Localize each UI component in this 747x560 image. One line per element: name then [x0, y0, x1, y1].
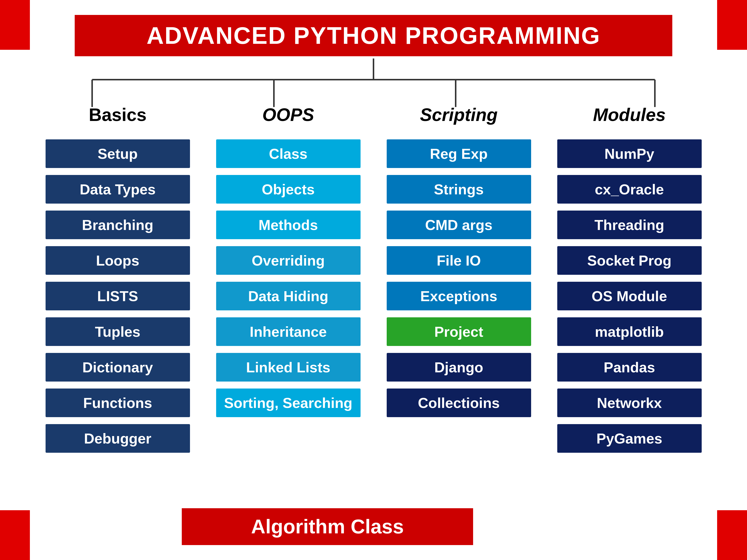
list-item[interactable]: Django — [387, 353, 531, 381]
basics-column: SetupData TypesBranchingLoopsLISTSTuples… — [46, 139, 190, 453]
modules-column: NumPycx_OracleThreadingSocket ProgOS Mod… — [557, 139, 702, 453]
list-item[interactable]: Exceptions — [387, 282, 531, 310]
list-item[interactable]: Methods — [216, 211, 361, 239]
header-modules: Modules — [557, 105, 702, 125]
list-item[interactable]: Tuples — [46, 317, 190, 346]
footer-title: Algorithm Class — [192, 515, 463, 538]
list-item[interactable]: File IO — [387, 246, 531, 275]
scripting-column: Reg ExpStringsCMD argsFile IOExceptionsP… — [387, 139, 531, 417]
header-oops: OOPS — [216, 105, 361, 125]
oops-column: ClassObjectsMethodsOverridingData Hiding… — [216, 139, 361, 417]
list-item[interactable]: Pandas — [557, 353, 702, 381]
list-item[interactable]: Project — [387, 317, 531, 346]
corner-decoration-br — [717, 510, 747, 560]
list-item[interactable]: Collectioins — [387, 389, 531, 417]
page-title: ADVANCED PYTHON PROGRAMMING — [85, 22, 662, 49]
list-item[interactable]: LISTS — [46, 282, 190, 310]
list-item[interactable]: Data Hiding — [216, 282, 361, 310]
list-item[interactable]: Sorting, Searching — [216, 389, 361, 417]
list-item[interactable]: OS Module — [557, 282, 702, 310]
list-item[interactable]: matplotlib — [557, 317, 702, 346]
list-item[interactable]: NumPy — [557, 139, 702, 168]
list-item[interactable]: Reg Exp — [387, 139, 531, 168]
content-columns: SetupData TypesBranchingLoopsLISTSTuples… — [32, 139, 715, 453]
list-item[interactable]: Data Types — [46, 175, 190, 204]
list-item[interactable]: Objects — [216, 175, 361, 204]
list-item[interactable]: Linked Lists — [216, 353, 361, 381]
list-item[interactable]: Functions — [46, 389, 190, 417]
corner-decoration-tl — [0, 0, 30, 50]
footer-bar: Algorithm Class — [182, 508, 473, 545]
list-item[interactable]: Strings — [387, 175, 531, 204]
list-item[interactable]: cx_Oracle — [557, 175, 702, 204]
list-item[interactable]: Setup — [46, 139, 190, 168]
list-item[interactable]: Socket Prog — [557, 246, 702, 275]
list-item[interactable]: Threading — [557, 211, 702, 239]
list-item[interactable]: Debugger — [46, 424, 190, 453]
list-item[interactable]: Class — [216, 139, 361, 168]
list-item[interactable]: Loops — [46, 246, 190, 275]
title-bar: ADVANCED PYTHON PROGRAMMING — [75, 15, 672, 56]
header-scripting: Scripting — [387, 105, 531, 125]
list-item[interactable]: Networkx — [557, 389, 702, 417]
list-item[interactable]: Dictionary — [46, 353, 190, 381]
list-item[interactable]: Branching — [46, 211, 190, 239]
column-headers: Basics OOPS Scripting Modules — [32, 105, 715, 125]
corner-decoration-bl — [0, 510, 30, 560]
header-basics: Basics — [46, 105, 190, 125]
corner-decoration-tr — [717, 0, 747, 50]
list-item[interactable]: CMD args — [387, 211, 531, 239]
list-item[interactable]: PyGames — [557, 424, 702, 453]
list-item[interactable]: Inheritance — [216, 317, 361, 346]
list-item[interactable]: Overriding — [216, 246, 361, 275]
